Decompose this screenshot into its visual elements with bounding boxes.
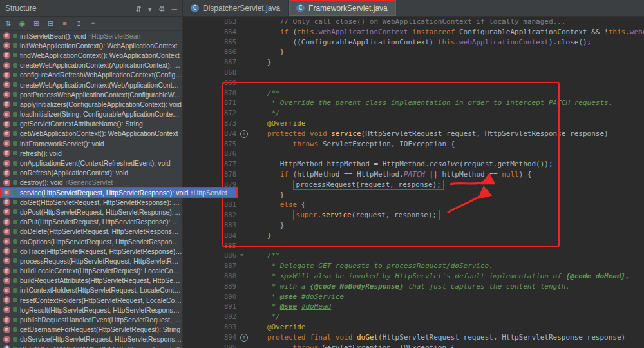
structure-item-buildRequestAttributes[interactable]: mbuildRequestAttributes(HttpServletReque… [0,276,182,285]
structure-item-getServletContextAttributeName[interactable]: mgetServletContextAttributeName(): Strin… [0,119,182,129]
code-text: protected final void doGet(HttpServletRe… [254,333,644,343]
code-text: ((ConfigurableApplicationContext) this.w… [254,37,644,48]
gutter-icons [240,37,254,48]
structure-item-doDelete[interactable]: mdoDelete(HttpServletRequest, HttpServle… [0,227,182,237]
structure-item-getUsernameForRequest[interactable]: mgetUsernameForRequest(HttpServletReques… [0,325,182,334]
structure-item-getWebApplicationContext[interactable]: mgetWebApplicationContext(): WebApplicat… [0,129,182,139]
collapse-all-icon[interactable]: ⊟ [46,19,55,28]
structure-item-text: loadInitializer(String, ConfigurableAppl… [20,110,182,118]
structure-item-createWebApplicationContext[interactable]: mcreateWebApplicationContext(Application… [0,61,182,70]
structure-item-loadInitializer[interactable]: mloadInitializer(String, ConfigurableApp… [0,110,182,119]
group-methods-icon[interactable]: ⊞ [32,19,41,28]
hide-panel-icon[interactable]: ─ [171,5,177,14]
sort-alphabetically-icon[interactable]: ⇅ [3,19,13,28]
code-line: 868 [183,68,644,78]
code-text: throws ServletException, IOException { [254,343,644,348]
method-icon: m [3,140,10,147]
structure-item-label: service(HttpServletRequest, HttpServletR… [20,189,188,197]
expand-collapse-icon[interactable]: ▾ [148,5,152,14]
line-number: 878 [183,169,240,180]
visibility-icon [13,318,17,322]
visibility-icon [13,278,17,283]
structure-item-postProcessWebApplicationContext[interactable]: mpostProcessWebApplicationContext(Config… [0,90,182,99]
structure-item-doPost[interactable]: mdoPost(HttpServletRequest, HttpServletR… [0,207,182,217]
structure-item-findWebApplicationContext[interactable]: mfindWebApplicationContext(): WebApplica… [0,50,182,60]
structure-item-doGet[interactable]: mdoGet(HttpServletRequest, HttpServletRe… [0,197,182,207]
structure-item-logResult[interactable]: mlogResult(HttpServletRequest, HttpServl… [0,305,182,314]
structure-item-doTrace[interactable]: mdoTrace(HttpServletRequest, HttpServlet… [0,246,182,256]
structure-item-DEFAULT_NAMESPACE_SUFFIX[interactable]: fDEFAULT_NAMESPACE_SUFFIX: String = "-se… [0,344,182,348]
method-icon: m [3,189,10,196]
override-gutter-icon[interactable]: ↑ [240,130,248,138]
structure-item-onApplicationEvent[interactable]: monApplicationEvent(ContextRefreshedEven… [0,158,182,168]
structure-item-label: buildLocaleContext(HttpServletRequest): … [20,267,182,275]
code-editor[interactable]: 863 // Only call close() on WebApplicati… [183,17,644,348]
structure-item-text: destroy(): void ↑GenericServlet [20,179,182,186]
structure-item-initWebApplicationContext[interactable]: minitWebApplicationContext(): WebApplica… [0,41,182,50]
code-text: if (httpMethod == HttpMethod.PATCH || ht… [254,169,644,180]
tab-label: DispatcherServlet.java [203,4,280,13]
method-icon: m [3,238,10,245]
structure-item-resetContextHolders[interactable]: mresetContextHolders(HttpServletRequest,… [0,295,182,305]
gutter-icons [240,190,254,200]
view-options-icon[interactable]: ⇵ [135,5,142,14]
gutter-icons [240,149,254,159]
gutter-icons: ≡ [240,251,254,261]
field-icon: f [3,345,10,348]
line-number: 863 [183,17,240,27]
method-icon: m [3,228,10,235]
structure-item-initContextHolders[interactable]: minitContextHolders(HttpServletRequest, … [0,285,182,295]
structure-item-label: createWebApplicationContext(ApplicationC… [20,61,182,69]
structure-item-label: refresh(): void [20,150,62,157]
structure-item-applyInitializers[interactable]: mapplyInitializers(ConfigurableApplicati… [0,99,182,109]
gutter-icons [240,322,254,333]
autoscroll-to-source-icon[interactable]: ⌖ [88,19,98,28]
show-inherited-icon[interactable]: ↥ [74,19,84,28]
structure-item-createWebApplicationContext[interactable]: mcreateWebApplicationContext(WebApplicat… [0,80,182,90]
structure-item-text: doTrace(HttpServletRequest, HttpServletR… [20,247,182,255]
structure-item-initFrameworkServlet[interactable]: minitFrameworkServlet(): void [0,139,182,148]
structure-item-destroy[interactable]: mdestroy(): void ↑GenericServlet [0,178,182,188]
structure-item-publishRequestHandledEvent[interactable]: mpublishRequestHandledEvent(HttpServletR… [0,314,182,324]
gutter-icons [240,139,254,150]
structure-item-label: publishRequestHandledEvent(HttpServletRe… [20,316,182,324]
visibility-icon [13,82,17,87]
editor-tab-DispatcherServlet.java[interactable]: CDispatcherServlet.java [183,0,289,16]
settings-gear-icon[interactable]: ⚙ [158,5,166,14]
structure-item-doService[interactable]: mdoService(HttpServletRequest, HttpServl… [0,334,182,344]
structure-item-processRequest[interactable]: mprocessRequest(HttpServletRequest, Http… [0,256,182,266]
visibility-icon [13,161,17,166]
line-number: 866 [183,47,240,57]
structure-item-configureAndRefreshWebApplicationContext[interactable]: mconfigureAndRefreshWebApplicationContex… [0,70,182,80]
code-line: 895 throws ServletException, IOException… [183,343,644,348]
structure-item-refresh[interactable]: mrefresh(): void [0,148,182,158]
structure-item-initServletBean[interactable]: minitServletBean(): void ↑HttpServletBea… [0,31,182,41]
structure-list: minitServletBean(): void ↑HttpServletBea… [0,31,182,348]
structure-item-doOptions[interactable]: mdoOptions(HttpServletRequest, HttpServl… [0,237,182,246]
code-text: protected void service(HttpServletReques… [254,129,644,139]
java-class-icon: C [191,4,199,12]
structure-item-onRefresh[interactable]: monRefresh(ApplicationContext): void [0,168,182,178]
gutter-icons [240,241,254,251]
method-icon: m [3,42,10,49]
sort-by-visibility-icon[interactable]: ◉ [17,19,27,28]
override-gutter-icon[interactable]: ↑ [240,334,248,342]
fold-gutter-icon[interactable]: ≡ [240,251,243,261]
code-text [254,241,644,251]
structure-item-buildLocaleContext[interactable]: mbuildLocaleContext(HttpServletRequest):… [0,266,182,276]
visibility-icon [13,229,17,234]
editor-tab-FrameworkServlet.java[interactable]: CFrameworkServlet.java [289,0,396,16]
structure-item-service[interactable]: mservice(HttpServletRequest, HttpServlet… [0,188,237,197]
code-text: throws ServletException, IOException { [254,139,644,150]
line-number: 891 [183,302,240,312]
code-text [254,68,644,78]
method-icon: m [3,52,10,59]
show-fields-icon[interactable]: ≡ [60,19,70,28]
method-icon: m [3,130,10,137]
code-text: @Override [254,119,644,129]
structure-item-label: buildRequestAttributes(HttpServletReques… [20,276,182,284]
line-number: 874 [183,129,240,139]
gutter-icons [240,47,254,57]
line-number: 885 [183,241,240,251]
structure-item-doPut[interactable]: mdoPut(HttpServletRequest, HttpServletRe… [0,217,182,227]
